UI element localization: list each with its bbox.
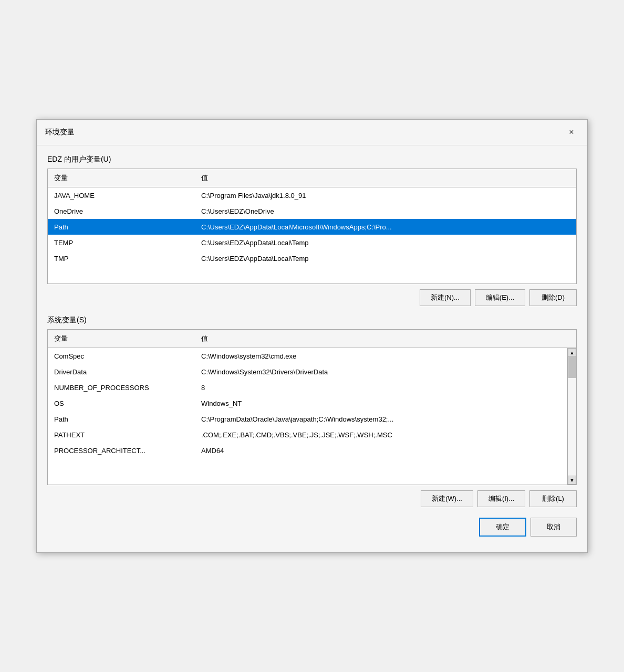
system-table-header: 变量 值 — [48, 330, 576, 348]
user-buttons-row: 新建(N)... 编辑(E)... 删除(D) — [47, 289, 577, 306]
system-table-row[interactable]: OS Windows_NT — [48, 395, 567, 411]
system-variables-section: 系统变量(S) 变量 值 ComSpec C:\Windows\system32… — [47, 316, 577, 485]
user-new-button[interactable]: 新建(N)... — [420, 289, 471, 306]
system-header-var: 变量 — [52, 332, 199, 345]
user-row-var: Path — [52, 222, 199, 232]
user-table-header: 变量 值 — [48, 169, 576, 187]
title-bar: 环境变量 × — [37, 120, 587, 145]
scroll-thumb-area — [568, 357, 576, 476]
user-row-var: TEMP — [52, 238, 199, 248]
user-row-var: TMP — [52, 254, 199, 264]
scroll-down-button[interactable]: ▼ — [568, 476, 576, 485]
user-header-var: 变量 — [52, 171, 199, 185]
user-table-row[interactable]: Path C:\Users\EDZ\AppData\Local\Microsof… — [48, 219, 576, 235]
user-table-row[interactable]: JAVA_HOME C:\Program Files\Java\jdk1.8.0… — [48, 187, 576, 203]
system-new-button[interactable]: 新建(W)... — [421, 490, 473, 507]
user-row-val: C:\Users\EDZ\OneDrive — [199, 206, 572, 216]
system-table-row[interactable]: NUMBER_OF_PROCESSORS 8 — [48, 380, 567, 395]
system-row-var: Path — [52, 414, 199, 424]
system-row-val: Windows_NT — [199, 398, 563, 408]
system-table-row[interactable]: PATHEXT .COM;.EXE;.BAT;.CMD;.VBS;.VBE;.J… — [48, 427, 567, 443]
system-row-val: 8 — [199, 383, 563, 393]
system-buttons-row: 新建(W)... 编辑(I)... 删除(L) — [47, 490, 577, 507]
user-row-val: C:\Program Files\Java\jdk1.8.0_91 — [199, 191, 572, 201]
system-row-val: C:\Windows\System32\Drivers\DriverData — [199, 367, 563, 377]
user-variables-section: EDZ 的用户变量(U) 变量 值 JAVA_HOME C:\Program F… — [47, 155, 577, 284]
system-scrollbar[interactable]: ▲ ▼ — [567, 348, 576, 485]
dialog-title: 环境变量 — [45, 128, 75, 137]
system-row-val: C:\Windows\system32\cmd.exe — [199, 351, 563, 361]
system-header-val: 值 — [199, 332, 572, 345]
system-table-row[interactable]: ComSpec C:\Windows\system32\cmd.exe — [48, 348, 567, 364]
user-edit-button[interactable]: 编辑(E)... — [475, 289, 525, 306]
ok-button[interactable]: 确定 — [479, 518, 526, 537]
system-row-val: .COM;.EXE;.BAT;.CMD;.VBS;.VBE;.JS;.JSE;.… — [199, 430, 563, 440]
system-edit-button[interactable]: 编辑(I)... — [477, 490, 525, 507]
system-section-label: 系统变量(S) — [47, 316, 577, 325]
system-table-row[interactable]: DriverData C:\Windows\System32\Drivers\D… — [48, 364, 567, 380]
user-variables-table: 变量 值 JAVA_HOME C:\Program Files\Java\jdk… — [47, 169, 577, 284]
system-variables-table: 变量 值 ComSpec C:\Windows\system32\cmd.exe… — [47, 329, 577, 485]
user-table-rows: JAVA_HOME C:\Program Files\Java\jdk1.8.0… — [48, 187, 576, 266]
user-table-row[interactable]: OneDrive C:\Users\EDZ\OneDrive — [48, 203, 576, 219]
user-delete-button[interactable]: 删除(D) — [529, 289, 577, 306]
system-delete-button[interactable]: 删除(L) — [529, 490, 577, 507]
system-table-rows-container: ComSpec C:\Windows\system32\cmd.exe Driv… — [48, 348, 567, 485]
system-row-var: DriverData — [52, 367, 199, 377]
user-row-var: OneDrive — [52, 206, 199, 216]
system-table-row[interactable]: Path C:\ProgramData\Oracle\Java\javapath… — [48, 411, 567, 427]
system-table-wrapper: ComSpec C:\Windows\system32\cmd.exe Driv… — [48, 348, 576, 485]
system-row-var: PATHEXT — [52, 430, 199, 440]
user-row-val: C:\Users\EDZ\AppData\Local\Microsoft\Win… — [199, 222, 572, 232]
user-table-row[interactable]: TEMP C:\Users\EDZ\AppData\Local\Temp — [48, 235, 576, 250]
system-row-var: OS — [52, 398, 199, 408]
user-header-val: 值 — [199, 171, 572, 185]
scroll-up-button[interactable]: ▲ — [568, 348, 576, 357]
system-table-rows: ComSpec C:\Windows\system32\cmd.exe Driv… — [48, 348, 567, 458]
close-button[interactable]: × — [564, 125, 579, 140]
system-row-var: ComSpec — [52, 351, 199, 361]
user-row-val: C:\Users\EDZ\AppData\Local\Temp — [199, 238, 572, 248]
bottom-buttons-row: 确定 取消 — [47, 518, 577, 537]
system-row-val: C:\ProgramData\Oracle\Java\javapath;C:\W… — [199, 414, 563, 424]
user-table-row[interactable]: TMP C:\Users\EDZ\AppData\Local\Temp — [48, 250, 576, 266]
user-row-var: JAVA_HOME — [52, 191, 199, 201]
user-row-val: C:\Users\EDZ\AppData\Local\Temp — [199, 254, 572, 264]
cancel-button[interactable]: 取消 — [531, 518, 577, 537]
system-row-var: PROCESSOR_ARCHITECT... — [52, 446, 199, 456]
system-row-var: NUMBER_OF_PROCESSORS — [52, 383, 199, 393]
system-table-row[interactable]: PROCESSOR_ARCHITECT... AMD64 — [48, 443, 567, 458]
environment-variables-dialog: 环境变量 × EDZ 的用户变量(U) 变量 值 JAVA_HOME C:\Pr… — [36, 119, 588, 553]
user-section-label: EDZ 的用户变量(U) — [47, 155, 577, 164]
scroll-thumb[interactable] — [568, 357, 576, 378]
system-row-val: AMD64 — [199, 446, 563, 456]
